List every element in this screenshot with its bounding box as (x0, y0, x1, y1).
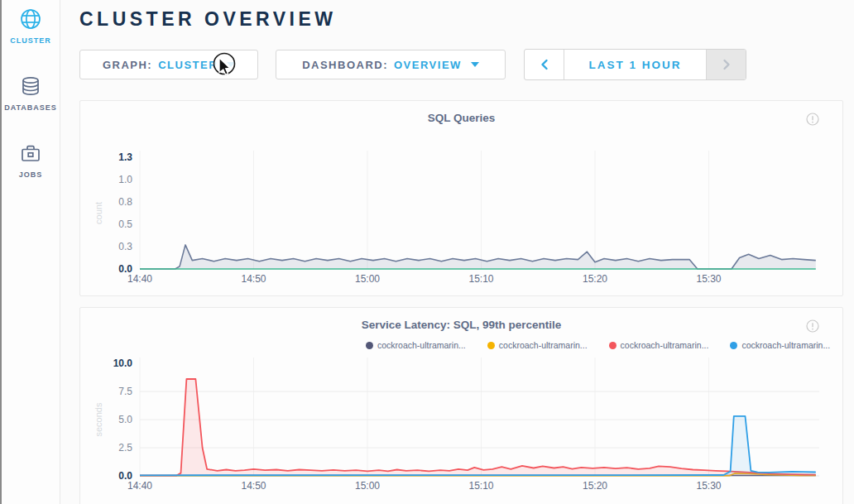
time-range-label[interactable]: LAST 1 HOUR (564, 50, 706, 79)
databases-icon (18, 74, 43, 98)
sql-queries-chart[interactable]: 1.31.00.80.50.30.014:4014:5015:0015:1015… (80, 101, 842, 295)
sql-queries-panel: SQL Queries 1.31.00.80.50.30.014:4014:50… (79, 100, 843, 296)
graph-dropdown-value: CLUSTER (158, 59, 218, 71)
jobs-icon (18, 141, 43, 166)
time-range-prev-button[interactable] (525, 50, 564, 79)
graph-dropdown-label: GRAPH: (103, 59, 152, 71)
sidebar-item-jobs[interactable]: JOBS (2, 141, 60, 179)
sidebar-item-label: JOBS (2, 170, 60, 179)
dashboard-dropdown-value: OVERVIEW (394, 59, 462, 71)
svg-text:count: count (94, 202, 103, 224)
dashboard-dropdown-label: DASHBOARD: (302, 59, 388, 71)
chevron-left-icon (540, 59, 549, 70)
svg-text:14:40: 14:40 (127, 480, 152, 492)
svg-text:15:20: 15:20 (583, 480, 607, 492)
chevron-down-icon (227, 62, 235, 67)
service-latency-chart[interactable]: 10.07.55.02.50.014:4014:5015:0015:1015:2… (80, 308, 842, 504)
time-range-selector: LAST 1 HOUR (524, 49, 746, 80)
chevron-down-icon (471, 62, 479, 67)
svg-text:7.5: 7.5 (118, 386, 132, 397)
svg-text:14:40: 14:40 (127, 273, 152, 285)
chevron-right-icon (722, 59, 731, 70)
svg-text:5.0: 5.0 (118, 414, 132, 425)
time-range-next-button-disabled[interactable] (706, 50, 746, 79)
graph-dropdown[interactable]: GRAPH: CLUSTER (79, 50, 258, 79)
svg-text:15:00: 15:00 (355, 480, 380, 492)
globe-icon (18, 7, 43, 31)
svg-text:15:20: 15:20 (583, 273, 607, 285)
svg-text:15:30: 15:30 (696, 480, 721, 492)
page-title: CLUSTER OVERVIEW (79, 8, 337, 31)
svg-text:10.0: 10.0 (113, 358, 133, 369)
svg-text:0.3: 0.3 (118, 241, 132, 252)
service-latency-panel: Service Latency: SQL, 99th percentile co… (79, 307, 843, 504)
svg-text:14:50: 14:50 (241, 480, 266, 492)
sidebar: CLUSTER DATABASES JOBS (2, 0, 60, 504)
svg-text:1.0: 1.0 (118, 174, 132, 185)
svg-text:seconds: seconds (94, 402, 103, 436)
svg-text:1.3: 1.3 (118, 151, 132, 163)
svg-text:2.5: 2.5 (118, 442, 132, 454)
svg-text:15:10: 15:10 (468, 273, 493, 285)
sidebar-item-databases[interactable]: DATABASES (2, 74, 60, 112)
sidebar-item-label: CLUSTER (2, 36, 60, 45)
svg-text:15:10: 15:10 (468, 480, 493, 492)
svg-text:0.8: 0.8 (118, 196, 132, 208)
sidebar-item-label: DATABASES (2, 103, 60, 112)
svg-text:14:50: 14:50 (241, 273, 266, 285)
svg-text:0.5: 0.5 (118, 218, 132, 230)
svg-text:15:30: 15:30 (696, 273, 721, 285)
dashboard-dropdown[interactable]: DASHBOARD: OVERVIEW (276, 50, 506, 79)
svg-text:15:00: 15:00 (355, 273, 380, 285)
sidebar-item-cluster[interactable]: CLUSTER (2, 7, 60, 45)
